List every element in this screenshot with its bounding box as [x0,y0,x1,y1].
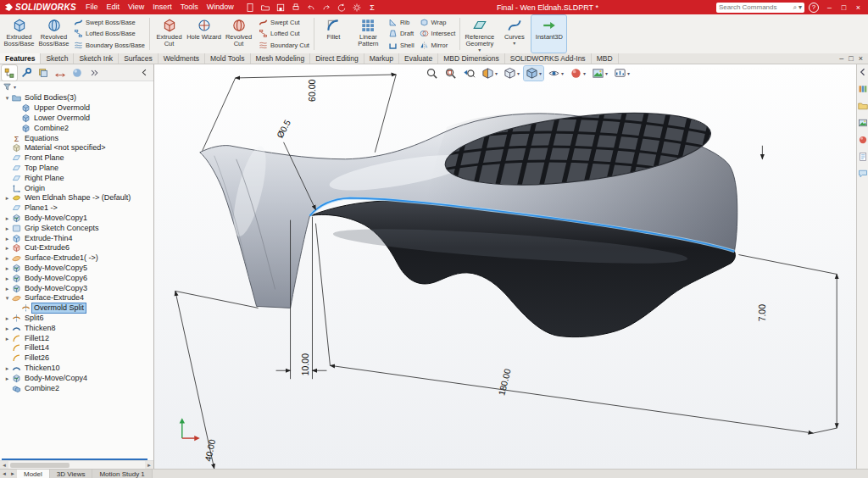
tab-surfaces[interactable]: Surfaces [119,53,159,64]
tree-item-extrude-thin4[interactable]: ▸Extrude-Thin4 [0,233,153,243]
revolved-cut-button[interactable]: Revolved Cut [221,15,256,53]
reference-geometry-button[interactable]: Reference Geometry▾ [462,15,497,53]
swept-cut-button[interactable]: Swept Cut [259,17,309,28]
tab-weldments[interactable]: Weldments [159,53,205,64]
mirror-button[interactable]: Mirror [420,40,456,51]
appearances-scenes-button[interactable] [858,135,868,145]
tree-item-surface-extrude1[interactable]: ▸Surface-Extrude1( ->) [0,253,153,264]
tree-item-combine2[interactable]: Combine2 [0,383,153,393]
extruded-boss-base-button[interactable]: Extruded Boss/Base [2,15,36,53]
tree-item-split6[interactable]: ▸Split6 [0,314,153,324]
tab-sketch-ink[interactable]: Sketch Ink [74,53,119,64]
tree-item-body-move-copy4[interactable]: ▸Body-Move/Copy4 [0,373,153,383]
menu-file[interactable]: File [81,0,103,14]
dimxpertmanager-tab[interactable] [53,65,68,81]
tab-mbd-dimensions[interactable]: MBD Dimensions [438,53,505,64]
new-document-button[interactable] [243,1,257,14]
minimize-window[interactable]: – [823,1,836,14]
collapse-arrow-icon[interactable]: ▸ [3,264,11,273]
collapse-arrow-icon[interactable]: ▸ [3,224,11,233]
tree-item-body-move-copy5[interactable]: ▸Body-Move/Copy5 [0,264,153,274]
collapse-arrow-icon[interactable]: ▸ [3,314,11,323]
collapse-arrow-icon[interactable]: ▸ [3,274,11,283]
apply-scene-button[interactable]: ▾ [590,66,609,81]
collapse-arrow-icon[interactable]: ▸ [3,374,11,383]
tab-direct-editing[interactable]: Direct Editing [310,53,364,64]
tree-item-origin[interactable]: Origin [0,183,153,193]
tab-solidworks-add-ins[interactable]: SOLIDWORKS Add-Ins [505,53,592,64]
shell-button[interactable]: Shell [388,40,415,51]
revolved-boss-base-button[interactable]: Revolved Boss/Base [36,15,71,53]
collapse-arrow-icon[interactable]: ▸ [3,364,11,373]
display-style-button[interactable]: ▾ [524,66,543,81]
tree-item-body-move-copy1[interactable]: ▸Body-Move/Copy1 [0,214,153,224]
dimension-60[interactable]: 60.00 [308,80,317,102]
collapse-arrow-icon[interactable]: ▸ [3,243,11,253]
tab-mold-tools[interactable]: Mold Tools [205,53,250,64]
tree-item-overmold-split[interactable]: Overmold Split [0,303,153,314]
expand-arrow-icon[interactable]: ▾ [3,93,11,103]
menu-view[interactable]: View [124,0,148,14]
design-library-button[interactable] [858,84,868,94]
scrollbar-track[interactable] [8,461,145,469]
dimension-dia-0-5[interactable]: Ø0.5 [275,118,292,139]
open-document-button[interactable] [259,1,272,14]
collapse-arrow-icon[interactable]: ▸ [3,324,11,333]
status-tab-model[interactable]: Model [17,470,50,478]
lofted-boss-base-button[interactable]: Lofted Boss/Base [74,28,145,39]
tree-filter[interactable] [3,82,12,92]
equations-tool-button[interactable]: Σ [365,1,379,14]
tree-item-front-plane[interactable]: Front Plane [0,153,153,164]
collapse-arrow-icon[interactable]: ▸ [3,253,11,263]
intersect-button[interactable]: Intersect [420,28,456,39]
custom-properties-button[interactable] [858,152,868,162]
restore-window[interactable]: □ [837,1,850,14]
tree-item-upper-overmold[interactable]: Upper Overmold [0,103,153,114]
zoom-to-area-button[interactable] [442,66,459,81]
tree-horizontal-scrollbar[interactable]: ◄ ► [0,460,153,469]
collapse-featuremanager[interactable] [136,65,152,81]
tab-evaluate[interactable]: Evaluate [399,53,438,64]
previous-view-button[interactable] [461,66,477,81]
tree-item-fillet14[interactable]: Fillet14 [0,343,153,353]
redo-button[interactable] [320,1,333,14]
scroll-right-icon[interactable]: ► [145,461,153,470]
boundary-boss-base-button[interactable]: Boundary Boss/Base [74,40,145,51]
expand-arrow-icon[interactable]: ▾ [3,293,11,303]
edit-appearance-button[interactable]: ▾ [568,66,587,81]
tree-item-top-plane[interactable]: Top Plane [0,164,153,174]
tree-item-fillet12[interactable]: ▸Fillet12 [0,333,153,343]
collapse-arrow-icon[interactable]: ▸ [3,334,11,343]
panel-tabs-overflow[interactable] [86,65,102,81]
lofted-cut-button[interactable]: Lofted Cut [259,28,309,39]
tree-item-plane1[interactable]: Plane1 -> [0,203,153,214]
collapse-arrow-icon[interactable]: ▸ [3,214,11,223]
solidworks-forum-button[interactable] [858,169,868,179]
expand-task-pane-button[interactable] [858,67,868,77]
tab-markup[interactable]: Markup [364,53,399,64]
tree-item-body-move-copy3[interactable]: ▸Body-Move/Copy3 [0,283,153,293]
minimize-document[interactable]: – [839,54,843,63]
collapse-arrow-icon[interactable]: ▸ [3,193,11,203]
search-icon[interactable]: ⌕ [793,4,797,11]
tab-mesh-modeling[interactable]: Mesh Modeling [251,53,311,64]
save-document-button[interactable] [274,1,287,14]
dimension-40[interactable]: 40.00 [203,438,217,462]
status-tab-3d-views[interactable]: 3D Views [50,470,93,478]
draft-button[interactable]: Draft [388,28,415,39]
wrap-button[interactable]: Wrap [420,17,456,28]
propertymanager-tab[interactable] [19,65,34,81]
help-button[interactable]: ? [809,3,819,13]
tree-item-body-move-copy6[interactable]: ▸Body-Move/Copy6 [0,273,153,283]
scrollbar-thumb[interactable] [10,463,70,468]
tree-item-cut-extrude6[interactable]: ▸Cut-Extrude6 [0,243,153,253]
tree-item-wen-eldnah-shape-default[interactable]: ▸Wen Eldnah Shape -> (Default) [0,193,153,203]
hide-show-items-button[interactable]: ▾ [546,66,565,81]
tab-features[interactable]: Features [0,53,41,64]
fillet-button[interactable]: Fillet [316,15,351,53]
menu-edit[interactable]: Edit [102,0,124,14]
view-palette-button[interactable] [858,118,868,128]
dimension-10[interactable]: 10.00 [301,353,310,375]
configurationmanager-tab[interactable] [36,65,51,81]
search-dropdown-icon[interactable]: ▾ [798,4,802,11]
